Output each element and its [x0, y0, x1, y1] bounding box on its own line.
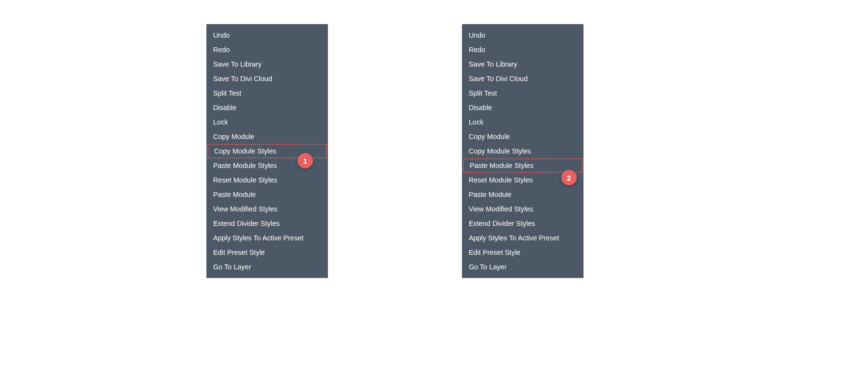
- menu-item-paste-module[interactable]: Paste Module: [462, 187, 583, 202]
- menu-item-redo[interactable]: Redo: [206, 42, 328, 57]
- menu-item-save-to-divi-cloud[interactable]: Save To Divi Cloud: [462, 71, 583, 86]
- menu-item-lock[interactable]: Lock: [206, 115, 328, 129]
- menu-item-save-to-divi-cloud[interactable]: Save To Divi Cloud: [206, 71, 328, 86]
- menu-item-save-to-library[interactable]: Save To Library: [206, 57, 328, 71]
- menu-item-view-modified-styles[interactable]: View Modified Styles: [462, 202, 583, 216]
- menu-item-apply-styles-to-active-preset[interactable]: Apply Styles To Active Preset: [206, 231, 328, 245]
- menu-item-copy-module[interactable]: Copy Module: [206, 129, 328, 144]
- step-badge-2: 2: [561, 170, 577, 185]
- menu-item-edit-preset-style[interactable]: Edit Preset Style: [462, 245, 583, 260]
- step-badge-1: 1: [298, 153, 313, 168]
- menu-item-lock[interactable]: Lock: [462, 115, 583, 129]
- menu-item-split-test[interactable]: Split Test: [462, 86, 583, 100]
- menu-item-apply-styles-to-active-preset[interactable]: Apply Styles To Active Preset: [462, 231, 583, 245]
- menu-item-save-to-library[interactable]: Save To Library: [462, 57, 583, 71]
- menu-item-redo[interactable]: Redo: [462, 42, 583, 57]
- context-menu-1: UndoRedoSave To LibrarySave To Divi Clou…: [206, 24, 328, 278]
- menu-item-disable[interactable]: Disable: [206, 100, 328, 115]
- context-menu-2: UndoRedoSave To LibrarySave To Divi Clou…: [462, 24, 583, 278]
- menu-item-undo[interactable]: Undo: [206, 28, 328, 42]
- menu-item-edit-preset-style[interactable]: Edit Preset Style: [206, 245, 328, 260]
- menu-item-view-modified-styles[interactable]: View Modified Styles: [206, 202, 328, 216]
- menu-item-paste-module[interactable]: Paste Module: [206, 187, 328, 202]
- menu-item-extend-divider-styles[interactable]: Extend Divider Styles: [206, 216, 328, 231]
- menu-item-copy-module-styles[interactable]: Copy Module Styles: [462, 144, 583, 158]
- menu-item-disable[interactable]: Disable: [462, 100, 583, 115]
- menu-item-split-test[interactable]: Split Test: [206, 86, 328, 100]
- menu-item-go-to-layer[interactable]: Go To Layer: [206, 260, 328, 274]
- menu-item-go-to-layer[interactable]: Go To Layer: [462, 260, 583, 274]
- menu-item-extend-divider-styles[interactable]: Extend Divider Styles: [462, 216, 583, 231]
- menu-item-undo[interactable]: Undo: [462, 28, 583, 42]
- menu-item-reset-module-styles[interactable]: Reset Module Styles: [206, 173, 328, 187]
- menu-item-copy-module[interactable]: Copy Module: [462, 129, 583, 144]
